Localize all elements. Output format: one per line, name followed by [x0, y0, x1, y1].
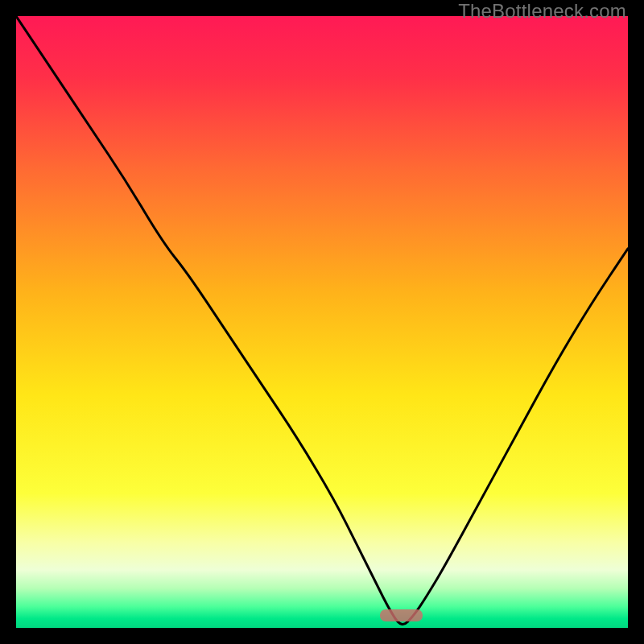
gradient-background — [16, 16, 628, 628]
optimum-marker — [380, 609, 423, 621]
chart-frame — [16, 16, 628, 628]
watermark-text: TheBottleneck.com — [458, 0, 626, 23]
bottleneck-chart — [16, 16, 628, 628]
